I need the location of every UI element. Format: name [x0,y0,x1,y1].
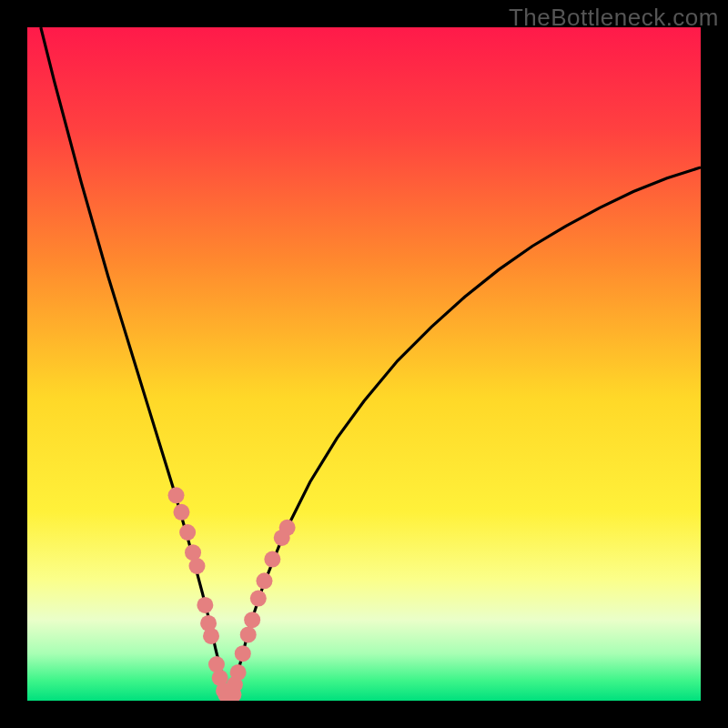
highlight-dot [240,626,257,642]
highlight-dot [203,628,219,644]
highlight-dot [173,504,189,521]
plot-area [27,27,701,701]
chart-container: TheBottleneck.com [0,0,728,728]
highlight-dot [235,645,251,662]
highlight-dot [179,524,196,541]
highlight-dot [230,664,247,681]
highlight-dot [168,487,185,503]
watermark-text: TheBottleneck.com [509,4,719,32]
highlight-dot [188,558,205,574]
highlight-dot [279,520,296,536]
gradient-background [27,27,701,701]
highlight-dot [250,591,267,607]
highlight-dot [256,572,272,589]
highlight-dot [197,597,213,613]
chart-svg [27,27,701,701]
highlight-dot [244,612,260,628]
highlight-dot [264,551,280,568]
highlight-dots-floor [217,686,241,701]
